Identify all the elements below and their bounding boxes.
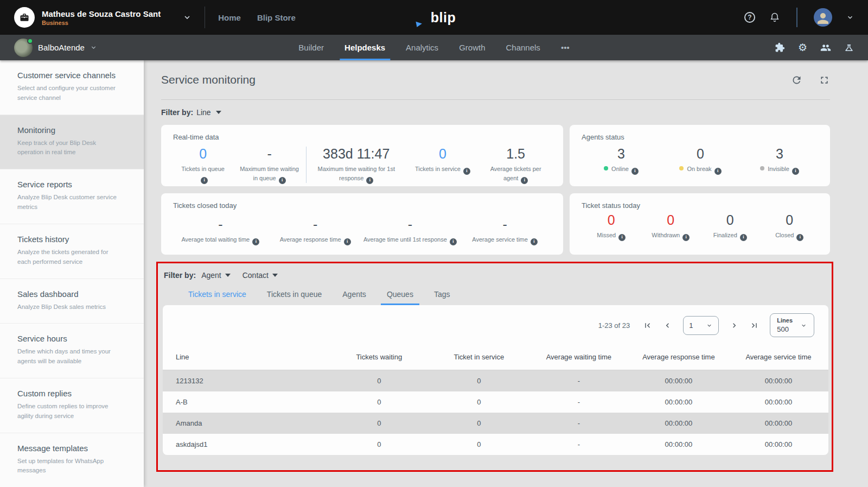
pagination-range: 1-23 of 23	[598, 321, 630, 330]
info-icon[interactable]	[792, 168, 799, 175]
user-avatar[interactable]	[814, 8, 832, 27]
info-icon[interactable]	[252, 238, 259, 245]
sidebar-item-service-hours[interactable]: Service hours Define which days and time…	[0, 324, 144, 378]
table-row[interactable]: A-B 0 0 - 00:00:00 00:00:00	[163, 391, 828, 413]
lines-table: Line Tickets waiting Ticket in service A…	[163, 344, 828, 455]
metric-max-time-waiting-queue: - Maximum time waiting in queue	[233, 146, 306, 184]
sidebar-item-monitoring[interactable]: Monitoring Keep track of your Blip Desk …	[0, 115, 144, 170]
chevron-down-icon[interactable]	[183, 13, 192, 22]
table-row[interactable]: askdajsd1 0 0 - 00:00:00 00:00:00	[163, 434, 828, 455]
page-select[interactable]: 1	[683, 316, 719, 335]
realtime-data-card: Real-time data 0 Tickets in queue - Maxi…	[161, 125, 563, 186]
more-tabs-icon[interactable]: •••	[553, 35, 578, 60]
tenant-name: Matheus de Souza Castro Sant	[42, 9, 161, 20]
tab-builder[interactable]: Builder	[290, 35, 332, 60]
card-title: Agents status	[582, 133, 819, 141]
tenant-selector[interactable]: Matheus de Souza Castro Sant Business	[14, 7, 192, 28]
info-icon[interactable]	[618, 234, 626, 241]
line-filter[interactable]: Filter by: Line	[161, 100, 830, 125]
lines-per-page-select[interactable]: Lines 500	[770, 313, 814, 337]
tab-helpdesks[interactable]: Helpdesks	[336, 35, 393, 60]
tab-queues[interactable]: Queues	[376, 285, 424, 305]
tab-tags[interactable]: Tags	[424, 285, 461, 305]
next-page-icon[interactable]	[730, 321, 739, 330]
app-bar: BalboAtende Builder Helpdesks Analytics …	[0, 35, 868, 60]
card-title: Ticket status today	[582, 201, 819, 210]
refresh-icon[interactable]	[791, 74, 802, 86]
tab-agents[interactable]: Agents	[332, 285, 376, 305]
app-tabs: Builder Helpdesks Analytics Growth Chann…	[290, 35, 577, 60]
tab-tickets-in-service[interactable]: Tickets in service	[178, 285, 257, 305]
main-content: Service monitoring Filter by: Line Real-…	[144, 60, 868, 487]
bell-icon[interactable]	[769, 12, 780, 23]
info-icon[interactable]	[714, 168, 722, 175]
metric-missed: 0 Missed	[582, 212, 641, 241]
metric-agents-invisible: 3 Invisible	[740, 146, 819, 175]
info-icon[interactable]	[521, 177, 528, 184]
info-icon[interactable]	[201, 177, 208, 184]
chevron-down-icon[interactable]	[846, 14, 854, 21]
prev-page-icon[interactable]	[663, 321, 672, 330]
sidebar-item-service-reports[interactable]: Service reports Analyze Blip Desk custom…	[0, 169, 144, 224]
info-icon[interactable]	[279, 177, 286, 184]
metric-avg-total-waiting: - Average total waiting time	[173, 216, 268, 245]
flask-icon[interactable]	[844, 43, 854, 53]
caret-down-icon	[272, 274, 278, 277]
bot-selector[interactable]: BalboAtende	[14, 39, 97, 57]
first-page-icon[interactable]	[643, 321, 652, 330]
top-nav: Home Blip Store	[218, 13, 296, 22]
tab-channels[interactable]: Channels	[497, 35, 548, 60]
info-icon[interactable]	[631, 168, 639, 175]
sidebar-item-customer-service-channels[interactable]: Customer service channels Select and con…	[0, 60, 144, 115]
nav-home[interactable]: Home	[218, 13, 241, 22]
help-icon[interactable]	[744, 12, 755, 23]
sidebar-item-sales-dashboard[interactable]: Sales dashboard Analyze Blip Desk sales …	[0, 279, 144, 324]
last-page-icon[interactable]	[750, 321, 759, 330]
info-icon[interactable]	[796, 234, 803, 241]
metric-tickets-in-service: 0 Tickets in service	[406, 146, 480, 175]
invisible-dot	[760, 166, 764, 170]
tab-tickets-in-queue[interactable]: Tickets in queue	[257, 285, 332, 305]
metric-withdrawn: 0 Withdrawn	[641, 212, 701, 241]
metric-agents-on-break: 0 On break	[661, 146, 740, 175]
chevron-down-icon	[706, 322, 713, 329]
metric-avg-response: - Average response time	[268, 216, 363, 245]
card-title: Tickets closed today	[173, 201, 552, 210]
online-dot	[604, 166, 608, 170]
ticket-status-today-card: Ticket status today 0 Missed 0 Withdrawn…	[570, 193, 830, 255]
info-icon[interactable]	[463, 168, 470, 175]
pagination: 1-23 of 23 1	[163, 305, 828, 344]
info-icon[interactable]	[366, 177, 373, 184]
break-dot	[679, 166, 684, 170]
page-title: Service monitoring	[161, 73, 256, 86]
caret-down-icon	[216, 111, 221, 114]
info-icon[interactable]	[740, 234, 747, 241]
sidebar-item-message-templates[interactable]: Message templates Set up templates for W…	[0, 433, 144, 487]
filter-label: Filter by:	[161, 108, 193, 117]
info-icon[interactable]	[682, 234, 690, 241]
blip-logo-text: blip	[431, 10, 456, 26]
info-icon[interactable]	[531, 238, 538, 245]
sidebar-item-custom-replies[interactable]: Custom replies Define custom replies to …	[0, 378, 144, 433]
sidebar-item-tickets-history[interactable]: Tickets history Analyze the tickets gene…	[0, 224, 144, 279]
puzzle-icon[interactable]	[775, 42, 785, 53]
metric-closed: 0 Closed	[760, 212, 820, 241]
nav-blip-store[interactable]: Blip Store	[257, 13, 296, 22]
gear-icon[interactable]: ⚙	[798, 42, 807, 53]
contact-filter[interactable]: Contact	[242, 271, 278, 280]
card-title: Real-time data	[173, 133, 552, 141]
info-icon[interactable]	[344, 238, 351, 245]
users-icon[interactable]	[820, 42, 831, 53]
table-row[interactable]: 1213132 0 0 - 00:00:00 00:00:00	[163, 370, 828, 391]
tab-analytics[interactable]: Analytics	[398, 35, 446, 60]
info-icon[interactable]	[450, 238, 457, 245]
fullscreen-icon[interactable]	[819, 74, 830, 86]
top-bar: Matheus de Souza Castro Sant Business Ho…	[0, 0, 868, 35]
tab-growth[interactable]: Growth	[451, 35, 493, 60]
table-row[interactable]: Amanda 0 0 - 00:00:00 00:00:00	[163, 413, 828, 434]
agent-filter[interactable]: Agent	[201, 271, 231, 280]
online-status-dot	[27, 38, 33, 44]
panel-filter-label: Filter by:	[164, 271, 196, 280]
blip-balloon-icon	[412, 10, 427, 25]
chevron-down-icon	[800, 322, 807, 329]
